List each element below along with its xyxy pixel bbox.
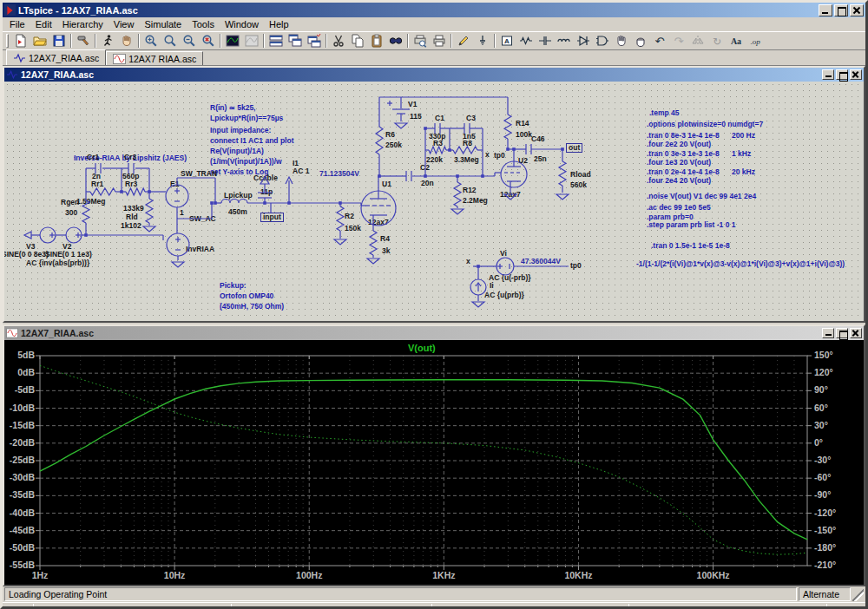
print-preview-button[interactable]	[411, 32, 430, 49]
new-schematic-button[interactable]	[11, 32, 30, 49]
place-capacitor-icon	[538, 34, 552, 48]
status-message: Loading Operating Point	[4, 587, 797, 601]
cut-button[interactable]	[329, 32, 348, 49]
undo-button[interactable]: ↶	[650, 32, 669, 49]
zoom-area-button[interactable]	[161, 32, 180, 49]
y-axis-phase-tick: -90°	[814, 490, 831, 500]
tab-1-schematic[interactable]: 12AX7_RIAA.asc	[6, 49, 106, 65]
menu-hierarchy[interactable]: Hierarchy	[57, 18, 108, 30]
svg-text:Aa: Aa	[731, 36, 741, 46]
zoom-full-extents-button[interactable]	[199, 32, 218, 49]
halt-simulation-icon	[120, 34, 134, 48]
mirror-button[interactable]	[688, 32, 707, 49]
x-axis-freq-tick: 10KHz	[564, 571, 592, 580]
menu-view[interactable]: View	[108, 18, 140, 30]
save-button[interactable]	[49, 32, 69, 49]
find-icon	[389, 34, 403, 48]
plot-maximize-button[interactable]	[836, 328, 848, 338]
toolbar-separator	[220, 34, 221, 48]
rotate-button[interactable]: ↻	[707, 32, 727, 49]
menu-help[interactable]: Help	[264, 18, 294, 30]
y-axis-phase-tick: -60°	[814, 473, 831, 482]
place-spice-directive-icon: .op	[748, 34, 762, 48]
status-bar: Loading Operating Point Alternate	[3, 586, 865, 602]
plot-window-titlebar[interactable]: 12AX7_RIAA.asc	[4, 326, 864, 340]
resize-grip[interactable]	[852, 587, 864, 601]
schematic-maximize-button[interactable]	[836, 69, 848, 80]
minimize-button[interactable]	[819, 4, 832, 16]
place-inductor-button[interactable]	[555, 32, 574, 49]
place-ground-button[interactable]	[473, 32, 492, 49]
menu-window[interactable]: Window	[220, 18, 264, 30]
mirror-icon	[691, 34, 705, 48]
move-button[interactable]	[612, 32, 631, 49]
place-resistor-icon	[519, 34, 533, 48]
redo-button[interactable]: ↷	[669, 32, 688, 49]
halt-simulation-button[interactable]	[117, 32, 136, 49]
plot-minimize-button[interactable]	[822, 328, 834, 338]
copy-icon	[351, 34, 365, 48]
zoom-full-extents-icon	[201, 34, 215, 48]
maximize-button[interactable]	[834, 4, 848, 16]
tab-label: 12AX7 RIAA.asc	[128, 54, 196, 64]
schematic-canvas[interactable]: Inverse-RIAA by Lipshitz (JAES)R(in) ≃ 5…	[4, 82, 864, 321]
zoom-in-button[interactable]	[141, 32, 161, 49]
place-capacitor-button[interactable]	[536, 32, 555, 49]
ltspice-logo-icon	[4, 4, 16, 16]
place-text-button[interactable]: Aa	[727, 32, 746, 49]
toolbar-separator	[70, 34, 72, 48]
schematic-minimize-button[interactable]	[822, 69, 834, 80]
tab-2-waveform[interactable]: 12AX7 RIAA.asc	[106, 51, 203, 65]
tile-windows-button[interactable]	[266, 32, 286, 49]
menu-tools[interactable]: Tools	[187, 18, 220, 30]
y-axis-db-tick: -10dB	[10, 403, 35, 413]
schematic-close-button[interactable]	[850, 69, 862, 80]
plot-close-button[interactable]	[850, 328, 862, 338]
arrange-windows-icon	[307, 34, 321, 48]
place-inductor-icon	[557, 34, 571, 48]
open-file-button[interactable]	[30, 32, 49, 49]
ltspice-window: LTspice - 12AX7_RIAA.asc FileEditHierarc…	[0, 0, 868, 609]
tile-windows-icon	[269, 34, 283, 48]
drag-button[interactable]	[631, 32, 650, 49]
find-button[interactable]	[386, 32, 405, 49]
autorange-plot-button[interactable]	[223, 32, 242, 49]
toolbar-separator	[263, 34, 265, 48]
print-button[interactable]	[430, 32, 449, 49]
undo-icon: ↶	[653, 34, 667, 48]
paste-button[interactable]	[367, 32, 386, 49]
solver-mode-badge: Alternate	[799, 587, 851, 601]
schematic-file-icon	[6, 69, 18, 80]
schematic-window-titlebar[interactable]: 12AX7_RIAA.asc	[4, 68, 864, 82]
copy-button[interactable]	[348, 32, 367, 49]
plot-canvas[interactable]: 5dB0dB-5dB-10dB-15dB-20dB-25dB-30dB-35dB…	[4, 340, 864, 585]
menu-file[interactable]: File	[4, 18, 30, 30]
place-spice-directive-button[interactable]: .op	[746, 32, 765, 49]
save-icon	[52, 34, 66, 48]
place-component-button[interactable]	[593, 32, 612, 49]
zoom-out-button[interactable]	[180, 32, 199, 49]
control-panel-button[interactable]	[74, 32, 93, 49]
toolbar: A↶↷↻Aa.op	[3, 31, 865, 50]
place-resistor-button[interactable]	[516, 32, 536, 49]
toolbar-grip[interactable]	[6, 34, 9, 48]
y-axis-db-tick: -50dB	[10, 543, 35, 553]
menu-edit[interactable]: Edit	[30, 18, 57, 30]
y-axis-db-tick: -15dB	[10, 421, 35, 430]
toolbar-separator	[138, 34, 140, 48]
menu-simulate[interactable]: Simulate	[139, 18, 187, 30]
arrange-windows-button[interactable]	[305, 32, 324, 49]
run-simulation-button[interactable]	[98, 32, 117, 49]
y-axis-phase-tick: -150°	[814, 526, 836, 535]
place-net-label-button[interactable]: A	[497, 32, 516, 49]
place-diode-button[interactable]	[574, 32, 593, 49]
cascade-windows-button[interactable]	[286, 32, 305, 49]
y-axis-db-tick: 5dB	[17, 350, 35, 360]
pan-plot-button[interactable]	[242, 32, 261, 49]
pan-plot-icon	[245, 34, 259, 48]
draw-wire-button[interactable]	[454, 32, 473, 49]
plot-legend-vout[interactable]: V(out)	[408, 343, 436, 353]
toolbar-separator	[494, 34, 496, 48]
print-preview-icon	[413, 34, 427, 48]
close-button[interactable]	[850, 4, 864, 16]
